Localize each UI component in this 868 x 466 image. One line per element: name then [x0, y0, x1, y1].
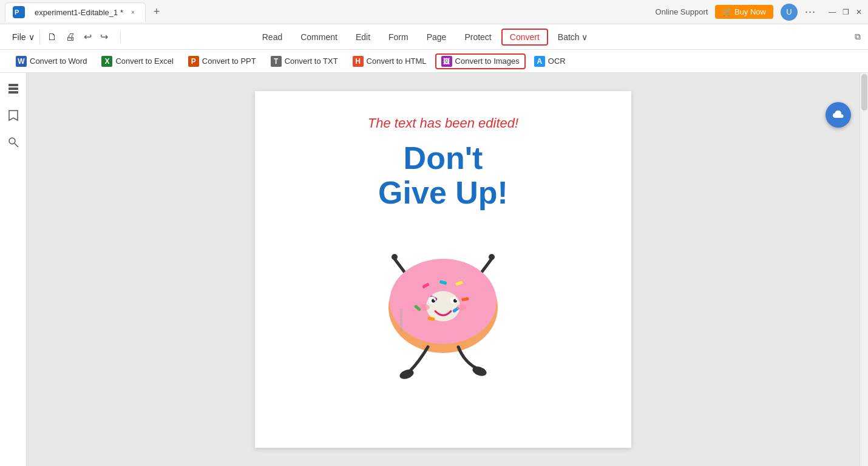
html-label: Convert to HTML — [367, 57, 427, 66]
toolbar-divider — [120, 31, 121, 43]
svg-point-5 — [9, 138, 15, 144]
active-tab[interactable]: P experiment1-Editable_1 * × — [5, 2, 146, 22]
new-tab-button[interactable]: + — [148, 4, 165, 21]
donut-svg: shutterstock — [358, 228, 528, 386]
save-icon[interactable]: 🗋 — [45, 30, 59, 44]
word-icon: W — [16, 56, 27, 67]
ppt-label: Convert to PPT — [202, 57, 256, 66]
sidebar-pages-icon[interactable] — [5, 80, 22, 97]
svg-rect-3 — [8, 87, 18, 90]
edited-text: The text has been edited! — [368, 115, 518, 131]
convert-to-images-button[interactable]: 🖼 Convert to Images — [435, 53, 526, 69]
file-chevron: ∨ — [29, 32, 35, 42]
svg-point-28 — [420, 304, 430, 310]
scroll-thumb[interactable] — [861, 74, 867, 111]
word-label: Convert to Word — [30, 57, 87, 66]
nav-convert[interactable]: Convert — [501, 29, 548, 46]
ocr-label: OCR — [548, 57, 566, 66]
file-menu[interactable]: File ∨ — [7, 30, 40, 44]
title-bar-right: Online Support 🛒 Buy Now U ··· — ❐ ✕ — [656, 4, 863, 21]
svg-point-10 — [489, 254, 495, 260]
nav-page[interactable]: Page — [418, 29, 455, 46]
title-line1: Don't — [404, 140, 483, 176]
print-icon[interactable]: 🖨 — [63, 30, 78, 44]
redo-icon[interactable]: ↪ — [98, 30, 110, 44]
ppt-icon: P — [188, 56, 199, 67]
nav-edit[interactable]: Edit — [347, 29, 379, 46]
nav-items: Read Comment Edit Form Page Protect Conv… — [254, 29, 596, 46]
close-button[interactable]: ✕ — [855, 8, 863, 16]
svg-text:shutterstock: shutterstock — [399, 309, 403, 332]
tab-close-button[interactable]: × — [128, 7, 138, 17]
sub-toolbar: W Convert to Word X Convert to Excel P C… — [0, 50, 868, 73]
cloud-icon — [832, 108, 845, 122]
nav-form[interactable]: Form — [380, 29, 417, 46]
svg-point-26 — [434, 299, 436, 301]
nav-batch[interactable]: Batch ∨ — [549, 29, 596, 46]
svg-text:P: P — [15, 9, 19, 16]
document-area: The text has been edited! Don't Give Up! — [27, 73, 860, 466]
convert-to-html-button[interactable]: H Convert to HTML — [347, 53, 433, 69]
svg-point-8 — [392, 254, 398, 260]
more-options-button[interactable]: ··· — [805, 5, 816, 18]
svg-line-6 — [15, 143, 18, 147]
minimize-button[interactable]: — — [828, 8, 836, 16]
app-icon: P — [13, 6, 25, 18]
sidebar-bookmark-icon[interactable] — [5, 107, 22, 124]
batch-chevron: ∨ — [581, 32, 588, 42]
svg-rect-4 — [8, 91, 18, 94]
undo-icon[interactable]: ↩ — [81, 30, 94, 44]
images-label: Convert to Images — [455, 57, 520, 66]
maximize-button[interactable]: ❐ — [841, 8, 850, 16]
html-icon: H — [353, 56, 364, 67]
donut-illustration: shutterstock — [358, 228, 528, 386]
svg-point-29 — [456, 304, 466, 310]
document-title: Don't Give Up! — [378, 141, 508, 210]
images-icon: 🖼 — [441, 56, 452, 67]
txt-label: Convert to TXT — [285, 57, 338, 66]
tab-label: experiment1-Editable_1 * — [35, 8, 123, 17]
user-avatar[interactable]: U — [781, 4, 798, 21]
nav-read[interactable]: Read — [254, 29, 291, 46]
document-page: The text has been edited! Don't Give Up! — [255, 91, 631, 448]
nav-protect[interactable]: Protect — [456, 29, 500, 46]
svg-point-13 — [426, 291, 460, 321]
ocr-button[interactable]: A OCR — [528, 53, 572, 69]
svg-rect-2 — [8, 84, 18, 86]
excel-label: Convert to Excel — [115, 57, 173, 66]
nav-comment[interactable]: Comment — [292, 29, 346, 46]
ocr-icon: A — [534, 56, 545, 67]
svg-point-27 — [456, 299, 458, 301]
external-link-icon[interactable]: ⧉ — [855, 32, 861, 42]
convert-to-ppt-button[interactable]: P Convert to PPT — [182, 53, 262, 69]
vertical-scrollbar[interactable] — [860, 73, 868, 466]
left-sidebar — [0, 73, 27, 466]
buy-now-button[interactable]: 🛒 Buy Now — [715, 5, 773, 19]
online-support-link[interactable]: Online Support — [656, 7, 708, 16]
sidebar-search-icon[interactable] — [5, 134, 22, 151]
toolbar-icons: 🗋 🖨 ↩ ↪ — [45, 30, 110, 44]
convert-to-txt-button[interactable]: T Convert to TXT — [265, 53, 344, 69]
title-line2: Give Up! — [378, 175, 508, 210]
txt-icon: T — [271, 56, 282, 67]
convert-to-excel-button[interactable]: X Convert to Excel — [95, 53, 179, 69]
convert-to-word-button[interactable]: W Convert to Word — [10, 53, 93, 69]
file-label: File — [12, 32, 26, 42]
app-body: The text has been edited! Don't Give Up! — [0, 73, 868, 466]
window-controls: — ❐ ✕ — [828, 8, 863, 16]
excel-icon: X — [101, 56, 112, 67]
menu-bar: File ∨ 🗋 🖨 ↩ ↪ Read Comment Edit Form Pa… — [0, 24, 868, 50]
title-bar: P experiment1-Editable_1 * × + Online Su… — [0, 0, 868, 24]
fab-cloud-button[interactable] — [826, 102, 851, 128]
